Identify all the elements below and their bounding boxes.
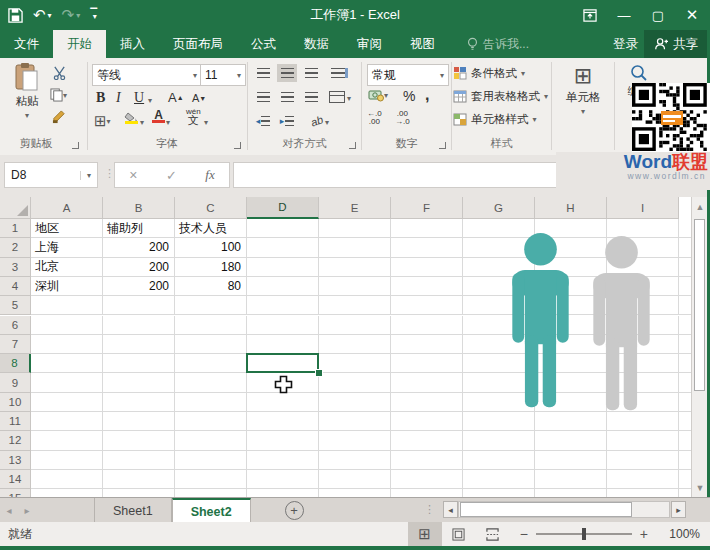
cell-C10[interactable] (175, 393, 247, 412)
row-header-3[interactable]: 3 (0, 258, 31, 277)
cell-J7[interactable] (679, 335, 691, 354)
cell-C6[interactable] (175, 316, 247, 335)
cell-D11[interactable] (247, 412, 319, 431)
align-right-button[interactable] (301, 88, 321, 106)
ribbon-tab-页面布局[interactable]: 页面布局 (159, 30, 237, 58)
cell-J11[interactable] (679, 412, 691, 431)
worksheet-grid[interactable]: ABCDEFGHI123456789101112131415地区辅助列技术人员上… (0, 197, 691, 497)
ribbon-tab-视图[interactable]: 视图 (396, 30, 449, 58)
hscroll-left-icon[interactable]: ◂ (443, 501, 458, 518)
copy-button[interactable]: ▾ (50, 88, 67, 102)
format-as-table-button[interactable]: 套用表格格式▾ (453, 87, 548, 105)
cell-F11[interactable] (391, 412, 463, 431)
underline-button[interactable]: U (134, 90, 144, 106)
fill-color-button[interactable] (124, 112, 138, 124)
row-header-1[interactable]: 1 (0, 219, 31, 238)
cell-F1[interactable] (391, 219, 463, 238)
cell-A8[interactable] (31, 354, 103, 373)
cell-D13[interactable] (247, 451, 319, 470)
ribbon-tab-开始[interactable]: 开始 (53, 30, 106, 58)
cell-A13[interactable] (31, 451, 103, 470)
decrease-decimal-button[interactable]: .00→.0 (395, 110, 410, 126)
sheet-tab-Sheet2[interactable]: Sheet2 (172, 498, 251, 523)
cell-D10[interactable] (247, 393, 319, 412)
sign-in-button[interactable]: 登录 (613, 30, 638, 58)
bold-button[interactable]: B (96, 90, 105, 106)
page-break-view-button[interactable] (476, 522, 510, 546)
cell-C15[interactable] (175, 489, 247, 497)
cell-J4[interactable] (679, 277, 691, 296)
cell-E3[interactable] (319, 258, 391, 277)
col-header-C[interactable]: C (175, 197, 247, 219)
ribbon-tab-文件[interactable]: 文件 (0, 30, 53, 58)
cell-F7[interactable] (391, 335, 463, 354)
cell-A14[interactable] (31, 470, 103, 489)
cell-E13[interactable] (319, 451, 391, 470)
row-header-12[interactable]: 12 (0, 431, 31, 450)
page-layout-view-button[interactable] (442, 522, 476, 546)
cell-J12[interactable] (679, 431, 691, 450)
cell-G11[interactable] (463, 412, 535, 431)
cell-B3[interactable]: 200 (103, 258, 175, 277)
vertical-scrollbar[interactable]: ▲ ▼ (691, 197, 708, 497)
align-bottom-button[interactable] (301, 64, 321, 82)
cell-A6[interactable] (31, 316, 103, 335)
cell-G14[interactable] (463, 470, 535, 489)
ribbon-display-options-icon[interactable] (576, 2, 604, 28)
cell-J2[interactable] (679, 238, 691, 257)
cell-H13[interactable] (535, 451, 607, 470)
cell-C3[interactable]: 180 (175, 258, 247, 277)
row-header-6[interactable]: 6 (0, 316, 31, 335)
select-all-corner[interactable] (0, 197, 31, 219)
cut-button[interactable] (52, 66, 67, 80)
cell-J6[interactable] (679, 316, 691, 335)
zoom-slider[interactable] (536, 533, 632, 535)
sheet-nav-right-icon[interactable]: ▸ (18, 498, 36, 523)
cell-B8[interactable] (103, 354, 175, 373)
number-format-combo[interactable]: 常规▾ (367, 64, 449, 86)
cell-A5[interactable] (31, 296, 103, 315)
scroll-down-icon[interactable]: ▼ (693, 479, 707, 496)
row-header-4[interactable]: 4 (0, 277, 31, 296)
cell-C2[interactable]: 100 (175, 238, 247, 257)
horizontal-scroll-thumb[interactable] (460, 502, 632, 517)
col-header-A[interactable]: A (31, 197, 103, 219)
scroll-up-icon[interactable]: ▲ (693, 198, 707, 215)
cell-A7[interactable] (31, 335, 103, 354)
row-header-2[interactable]: 2 (0, 238, 31, 257)
share-button[interactable]: 共享 (644, 30, 708, 58)
sheet-tab-Sheet1[interactable]: Sheet1 (94, 498, 172, 523)
cell-H12[interactable] (535, 431, 607, 450)
cell-A15[interactable] (31, 489, 103, 497)
cell-F15[interactable] (391, 489, 463, 497)
cell-I15[interactable] (607, 489, 679, 497)
cell-A1[interactable]: 地区 (31, 219, 103, 238)
cell-F4[interactable] (391, 277, 463, 296)
col-header-G[interactable]: G (463, 197, 535, 219)
cell-C7[interactable] (175, 335, 247, 354)
cell-C5[interactable] (175, 296, 247, 315)
cell-B13[interactable] (103, 451, 175, 470)
cell-D15[interactable] (247, 489, 319, 497)
zoom-slider-handle[interactable] (582, 528, 586, 540)
cell-F9[interactable] (391, 373, 463, 392)
name-box[interactable]: D8 ▾ (4, 162, 98, 188)
cell-B10[interactable] (103, 393, 175, 412)
name-box-dropdown-icon[interactable]: ▾ (80, 171, 91, 180)
align-center-button[interactable] (277, 88, 297, 106)
align-top-button[interactable] (253, 64, 273, 82)
cell-F3[interactable] (391, 258, 463, 277)
cell-B15[interactable] (103, 489, 175, 497)
cell-J9[interactable] (679, 373, 691, 392)
cell-F6[interactable] (391, 316, 463, 335)
cell-F13[interactable] (391, 451, 463, 470)
row-header-8[interactable]: 8 (0, 354, 31, 373)
align-left-button[interactable] (253, 88, 273, 106)
maximize-button[interactable]: ▢ (644, 2, 672, 28)
cell-A3[interactable]: 北京 (31, 258, 103, 277)
cell-E7[interactable] (319, 335, 391, 354)
selection-D8[interactable] (246, 353, 319, 373)
cell-E11[interactable] (319, 412, 391, 431)
cell-A11[interactable] (31, 412, 103, 431)
col-header-D[interactable]: D (247, 197, 319, 219)
